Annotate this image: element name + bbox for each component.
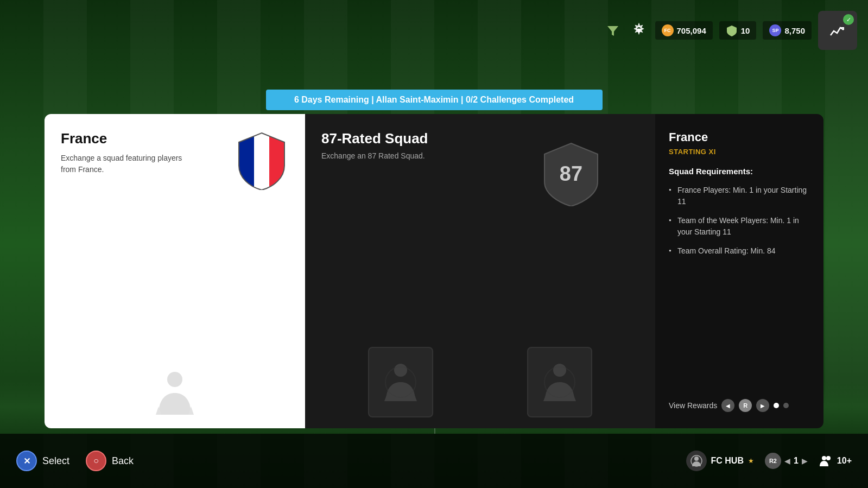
middle-panel: 87-Rated Squad Exchange an 87 Rated Squa…: [305, 114, 655, 428]
fc-hub-icon: [686, 451, 707, 471]
svg-point-13: [822, 456, 826, 460]
france-badge: [235, 130, 289, 190]
left-card-description: Exchange a squad featuring players from …: [61, 153, 191, 175]
requirements-list: France Players: Min. 1 in your Starting …: [669, 185, 810, 388]
shield-count: 10: [741, 26, 750, 35]
ghost-player-1: [368, 347, 433, 417]
filter-icon: [603, 21, 623, 40]
r-button: R: [739, 399, 752, 412]
chart-button[interactable]: ✓: [818, 11, 857, 50]
middle-panel-title: 87-Rated Squad: [321, 130, 428, 147]
ghost-player-2: [527, 347, 592, 417]
svg-point-6: [167, 372, 182, 387]
check-badge: ✓: [843, 14, 854, 25]
shield-currency: 10: [719, 21, 757, 40]
left-card: France Exchange a squad featuring player…: [45, 114, 305, 428]
right-nav-arrow[interactable]: ▶: [756, 399, 769, 412]
svg-marker-0: [607, 26, 618, 36]
left-nav-arrow[interactable]: ◀: [721, 399, 734, 412]
coins-value: 705,094: [677, 26, 706, 35]
right-panel-title: France: [669, 130, 810, 144]
ghost-icons: [305, 347, 655, 417]
coin-icon: FC: [662, 24, 674, 36]
rating-badge-container: 87: [541, 141, 601, 206]
left-card-title: France: [61, 130, 107, 147]
coins-currency: FC 705,094: [655, 21, 713, 40]
view-rewards-label: View Rewards: [669, 401, 717, 410]
fc-hub-star: ★: [748, 457, 754, 465]
notification-text: 6 Days Remaining | Allan Saint-Maximin |…: [294, 95, 574, 104]
select-button[interactable]: ✕ Select: [16, 451, 69, 471]
sp-icon: SP: [769, 24, 781, 36]
back-button[interactable]: ○ Back: [86, 451, 134, 471]
svg-point-7: [394, 364, 407, 377]
bottom-left-controls: ✕ Select ○ Back: [16, 451, 134, 471]
requirement-3: Team Overall Rating: Min. 84: [669, 245, 810, 257]
players-area: 10+: [819, 453, 852, 468]
svg-point-14: [826, 456, 831, 460]
r2-button: R2: [765, 453, 781, 469]
settings-icon: [629, 21, 649, 40]
requirement-1: France Players: Min. 1 in your Starting …: [669, 185, 810, 207]
r2-count: 1: [794, 456, 799, 466]
fc-hub-area: FC HUB ★: [686, 451, 754, 471]
svg-point-9: [553, 364, 566, 377]
requirements-heading: Squad Requirements:: [669, 167, 810, 176]
r2-navigation: R2 ◀ 1 ▶: [765, 453, 808, 469]
requirement-2: Team of the Week Players: Min. 1 in your…: [669, 215, 810, 238]
select-label: Select: [42, 455, 69, 467]
hud-top-right: FC 705,094 10 SP 8,750 ✓: [603, 11, 857, 50]
r2-nav-right: ▶: [802, 457, 808, 465]
right-panel-subtitle: STARTING XI: [669, 148, 810, 156]
r2-nav-left: ◀: [784, 457, 790, 465]
svg-point-12: [694, 457, 699, 461]
dot-active: [774, 403, 779, 408]
notification-bar: 6 Days Remaining | Allan Saint-Maximin |…: [266, 90, 603, 110]
bottom-bar: ✕ Select ○ Back FC HUB ★ R2 ◀ 1: [0, 434, 868, 488]
sp-value: 8,750: [784, 26, 805, 35]
dot-inactive: [783, 403, 789, 408]
sp-currency: SP 8,750: [763, 21, 812, 40]
x-circle: ✕: [16, 451, 37, 471]
modal-container: France Exchange a squad featuring player…: [45, 114, 823, 428]
back-label: Back: [112, 455, 134, 467]
middle-panel-description: Exchange an 87 Rated Squad.: [321, 151, 425, 160]
bottom-right-controls: FC HUB ★ R2 ◀ 1 ▶ 10+: [686, 451, 852, 471]
rating-badge: 87: [541, 141, 601, 206]
svg-rect-4: [254, 133, 269, 190]
players-count: 10+: [837, 456, 852, 466]
view-rewards-row: View Rewards ◀ R ▶: [669, 388, 810, 412]
rating-number: 87: [560, 162, 582, 186]
fc-hub-label: FC HUB: [711, 456, 744, 466]
o-circle: ○: [86, 451, 106, 471]
right-panel: France STARTING XI Squad Requirements: F…: [655, 114, 823, 428]
